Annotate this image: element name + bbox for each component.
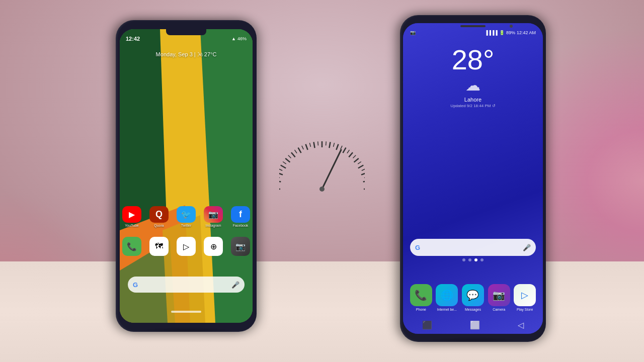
- wifi-icon: ▲: [231, 36, 236, 41]
- update-time: Updated 9/2 18:44 PM ↺: [403, 104, 543, 108]
- chrome-app[interactable]: ⊕: [203, 236, 224, 257]
- apps-row-2: 📞 🗺 ▷ ⊕: [120, 236, 253, 257]
- pixel-battery: 46%: [237, 36, 247, 41]
- messages-dock-app[interactable]: 💬 Messages: [462, 284, 484, 311]
- mic-icon-left: 🎤: [231, 281, 239, 289]
- svg-line-43: [322, 150, 341, 189]
- quora-icon: Q: [149, 206, 169, 223]
- svg-line-20: [354, 158, 359, 162]
- google-g-logo-right: G: [415, 244, 420, 251]
- svg-line-26: [279, 177, 280, 178]
- samsung-body: 📷 ▐▐▐▐ 🔋 89% 12:42 AM 28° ☁ Lahore: [400, 15, 546, 342]
- dot-1: [462, 258, 465, 261]
- samsung-dock: 📞 Phone 🌐 Internet be... 💬 Messages: [403, 284, 543, 311]
- chrome-icon: ⊕: [204, 237, 223, 256]
- svg-line-13: [306, 144, 308, 150]
- instagram-label: Instagram: [205, 224, 221, 227]
- pixel-screen: 12:42 ▲ 46% Monday, Sep 3 | 🌬 27°C ▶: [120, 29, 253, 323]
- samsung-status-bar: 📷 ▐▐▐▐ 🔋 89% 12:42 AM: [403, 27, 543, 38]
- samsung-screen: 📷 ▐▐▐▐ 🔋 89% 12:42 AM 28° ☁ Lahore: [403, 23, 543, 334]
- pixel-status-icons: ▲ 46%: [231, 36, 247, 41]
- pixel-notch: [166, 29, 206, 35]
- twitter-app[interactable]: 🐦 Twitter: [176, 206, 197, 227]
- weather-icon: ☁: [403, 76, 543, 94]
- samsung-wallpaper: 📷 ▐▐▐▐ 🔋 89% 12:42 AM 28° ☁ Lahore: [403, 23, 543, 334]
- home-button[interactable]: ⬜: [470, 320, 480, 330]
- svg-line-18: [343, 148, 346, 153]
- date-weather-widget: Monday, Sep 3 | 🌬 27°C: [120, 49, 253, 58]
- facebook-label: Facebook: [233, 224, 249, 227]
- playstore-dock-icon: ▷: [514, 284, 536, 306]
- instagram-app[interactable]: 📷 Instagram: [203, 206, 224, 227]
- svg-line-34: [326, 142, 327, 146]
- svg-line-23: [363, 181, 365, 182]
- internet-dock-app[interactable]: 🌐 Internet be...: [436, 284, 458, 311]
- messages-dock-label: Messages: [465, 308, 481, 311]
- youtube-app[interactable]: ▶ YouTube: [121, 206, 142, 227]
- svg-line-28: [283, 162, 286, 164]
- svg-line-12: [298, 148, 301, 153]
- samsung-battery: 89%: [506, 30, 515, 35]
- facebook-app[interactable]: f Facebook: [230, 206, 251, 227]
- phone-dock-label: Phone: [416, 308, 426, 311]
- camera-app-left[interactable]: 📷: [230, 236, 251, 257]
- svg-line-7: [279, 181, 281, 182]
- quora-app[interactable]: Q Quora: [148, 206, 170, 227]
- back-button[interactable]: ◁: [518, 320, 524, 330]
- camera-dock-app[interactable]: 📷 Camera: [488, 284, 510, 311]
- svg-line-41: [364, 177, 365, 178]
- battery-icon: 🔋: [499, 30, 505, 35]
- internet-dock-icon: 🌐: [436, 284, 458, 306]
- phone-right-shadow: [415, 337, 531, 342]
- twitter-icon: 🐦: [177, 206, 196, 223]
- dot-2: [468, 258, 471, 261]
- phone-left-shadow: [130, 327, 243, 332]
- samsung-time: 12:42 AM: [517, 30, 536, 35]
- svg-line-29: [288, 155, 291, 158]
- svg-line-40: [362, 169, 365, 170]
- svg-line-16: [329, 142, 330, 148]
- samsung-search-bar[interactable]: G 🎤: [410, 239, 536, 256]
- phone-samsung: 📷 ▐▐▐▐ 🔋 89% 12:42 AM 28° ☁ Lahore: [400, 15, 546, 342]
- svg-line-36: [341, 146, 342, 149]
- internet-dock-label: Internet be...: [437, 308, 457, 311]
- playstore-app-left[interactable]: ▷: [176, 236, 197, 257]
- twitter-label: Twitter: [181, 224, 192, 227]
- svg-line-33: [318, 142, 318, 146]
- camera-dock-label: Camera: [493, 308, 505, 311]
- page-dots: [403, 258, 543, 261]
- temperature-value: 28°: [403, 46, 543, 74]
- phone-pixel: 12:42 ▲ 46% Monday, Sep 3 | 🌬 27°C ▶: [116, 20, 257, 332]
- svg-line-14: [314, 142, 315, 148]
- camera-left-icon: 📷: [231, 237, 250, 256]
- svg-line-27: [279, 169, 282, 170]
- recent-apps-icon[interactable]: ⬛: [422, 320, 432, 330]
- instagram-icon: 📷: [204, 206, 223, 223]
- table-surface: [0, 261, 644, 362]
- youtube-label: YouTube: [125, 224, 139, 227]
- svg-line-32: [309, 143, 310, 147]
- maps-icon: 🗺: [149, 237, 169, 256]
- city-name: Lahore: [403, 97, 543, 103]
- samsung-camera-icon: 📷: [410, 30, 416, 35]
- quora-label: Quora: [154, 224, 164, 227]
- svg-line-30: [295, 150, 297, 154]
- svg-line-21: [358, 165, 363, 168]
- pixel-search-bar[interactable]: G 🎤: [128, 277, 245, 293]
- playstore-dock-label: Play Store: [517, 308, 533, 311]
- svg-line-31: [302, 146, 303, 149]
- pixel-time: 12:42: [126, 36, 140, 42]
- svg-point-44: [319, 187, 325, 192]
- pixel-wallpaper: 12:42 ▲ 46% Monday, Sep 3 | 🌬 27°C ▶: [120, 29, 253, 323]
- speedometer-svg: [279, 139, 365, 199]
- playstore-dock-app[interactable]: ▷ Play Store: [514, 284, 536, 311]
- svg-line-37: [347, 150, 350, 154]
- speedometer: [279, 139, 365, 201]
- svg-line-11: [291, 153, 295, 157]
- dot-4: [480, 258, 484, 261]
- phone-dock-app[interactable]: 📞 Phone: [410, 284, 432, 311]
- phone-left-icon: 📞: [122, 237, 141, 256]
- phone-app[interactable]: 📞: [121, 236, 142, 257]
- samsung-nav-bar: ⬛ ⬜ ◁: [403, 320, 543, 330]
- maps-app[interactable]: 🗺: [148, 236, 170, 257]
